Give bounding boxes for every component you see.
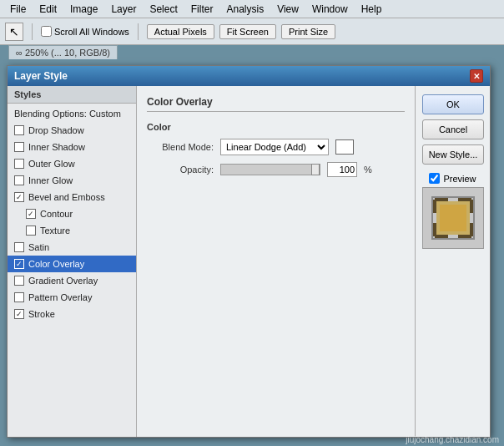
layer-style-dialog: Layer Style ✕ Styles Blending Options: C… <box>7 65 491 438</box>
opacity-unit: % <box>364 165 372 175</box>
toolbar-separator-2 <box>138 23 139 40</box>
new-style-button[interactable]: New Style... <box>422 144 484 165</box>
style-item-color-overlay[interactable]: ✓ Color Overlay <box>8 256 136 272</box>
canvas-tab[interactable]: ∞ 250% (... 10, RGB/8) <box>8 45 118 59</box>
opacity-row: Opacity: % <box>147 162 405 177</box>
menu-layer[interactable]: Layer <box>104 2 143 17</box>
right-panel: OK Cancel New Style... Preview <box>415 86 490 437</box>
dialog-body: Styles Blending Options: Custom Drop Sha… <box>8 86 490 437</box>
stroke-checkbox[interactable]: ✓ <box>14 309 24 319</box>
close-icon: ✕ <box>473 72 480 81</box>
style-item-inner-shadow[interactable]: Inner Shadow <box>8 139 136 155</box>
menu-view[interactable]: View <box>270 2 305 17</box>
menu-image[interactable]: Image <box>63 2 104 17</box>
styles-panel: Styles Blending Options: Custom Drop Sha… <box>8 86 137 437</box>
inner-shadow-checkbox[interactable] <box>14 142 24 152</box>
style-item-bevel-emboss[interactable]: ✓ Bevel and Emboss <box>8 189 136 205</box>
style-item-drop-shadow[interactable]: Drop Shadow <box>8 122 136 139</box>
preview-checkbox-input[interactable] <box>429 173 440 184</box>
style-item-texture[interactable]: Texture <box>8 222 136 239</box>
style-item-stroke[interactable]: ✓ Stroke <box>8 306 136 322</box>
menu-window[interactable]: Window <box>305 2 355 17</box>
style-item-gradient-overlay[interactable]: Gradient Overlay <box>8 272 136 289</box>
preview-box <box>422 187 484 249</box>
watermark: jiujochang.chazidian.com <box>406 435 499 444</box>
dialog-titlebar: Layer Style ✕ <box>8 66 490 86</box>
menu-edit[interactable]: Edit <box>33 2 63 17</box>
style-item-outer-glow[interactable]: Outer Glow <box>8 155 136 172</box>
blend-mode-row: Blend Mode: Linear Dodge (Add) Normal Mu… <box>147 139 405 155</box>
ok-button[interactable]: OK <box>422 94 484 114</box>
contour-checkbox[interactable]: ✓ <box>26 209 36 219</box>
color-group: Color Blend Mode: Linear Dodge (Add) Nor… <box>147 122 405 184</box>
styles-list: Blending Options: Custom Drop Shadow <box>8 104 136 437</box>
style-item-inner-glow[interactable]: Inner Glow <box>8 172 136 189</box>
actual-pixels-btn[interactable]: Actual Pixels <box>147 24 214 39</box>
section-title: Color Overlay <box>147 96 405 112</box>
style-item-satin[interactable]: Satin <box>8 239 136 256</box>
menu-filter[interactable]: Filter <box>184 2 220 17</box>
style-item-blending[interactable]: Blending Options: Custom <box>8 105 136 122</box>
preview-section: Preview <box>422 173 483 249</box>
color-overlay-checkbox[interactable]: ✓ <box>14 259 24 269</box>
opacity-input[interactable] <box>327 162 357 177</box>
preview-checkbox-label[interactable]: Preview <box>429 173 476 184</box>
drop-shadow-checkbox[interactable] <box>14 125 24 135</box>
preview-label: Preview <box>443 174 476 184</box>
dialog-close-button[interactable]: ✕ <box>470 69 483 83</box>
outer-glow-checkbox[interactable] <box>14 159 24 169</box>
style-item-contour[interactable]: ✓ Contour <box>8 205 136 222</box>
opacity-slider[interactable] <box>220 164 320 175</box>
preview-svg <box>428 193 478 243</box>
menubar: File Edit Image Layer Select Filter Anal… <box>0 0 504 18</box>
app-area: ∞ 250% (... 10, RGB/8) Layer Style ✕ Sty… <box>0 45 504 446</box>
blend-mode-label: Blend Mode: <box>147 142 214 152</box>
styles-panel-title: Styles <box>14 89 41 99</box>
texture-checkbox[interactable] <box>26 226 36 236</box>
gradient-overlay-checkbox[interactable] <box>14 276 24 286</box>
menu-analysis[interactable]: Analysis <box>219 2 270 17</box>
scroll-all-checkbox[interactable]: Scroll All Windows <box>41 26 129 37</box>
inner-glow-checkbox[interactable] <box>14 175 24 185</box>
opacity-label: Opacity: <box>147 165 214 175</box>
menu-file[interactable]: File <box>3 2 33 17</box>
scroll-all-label: Scroll All Windows <box>54 27 129 37</box>
styles-panel-header: Styles <box>8 86 136 104</box>
color-swatch[interactable] <box>335 139 354 155</box>
cancel-button[interactable]: Cancel <box>422 119 484 139</box>
color-group-title: Color <box>147 122 405 132</box>
pattern-overlay-checkbox[interactable] <box>14 292 24 302</box>
main-content: Color Overlay Color Blend Mode: Linear D… <box>137 86 415 437</box>
bevel-emboss-checkbox[interactable]: ✓ <box>14 192 24 202</box>
dialog-title: Layer Style <box>14 70 68 82</box>
canvas-tab-label: ∞ 250% (... 10, RGB/8) <box>16 48 110 58</box>
scroll-all-input[interactable] <box>41 26 52 37</box>
toolbar-separator-1 <box>32 23 33 40</box>
style-item-pattern-overlay[interactable]: Pattern Overlay <box>8 289 136 306</box>
menu-help[interactable]: Help <box>355 2 389 17</box>
blend-mode-select[interactable]: Linear Dodge (Add) Normal Multiply Scree… <box>220 139 329 155</box>
fit-screen-btn[interactable]: Fit Screen <box>219 24 276 39</box>
toolbar: ↖ Scroll All Windows Actual Pixels Fit S… <box>0 18 504 45</box>
menu-select[interactable]: Select <box>143 2 184 17</box>
print-size-btn[interactable]: Print Size <box>281 24 335 39</box>
svg-rect-2 <box>440 205 466 231</box>
satin-checkbox[interactable] <box>14 242 24 252</box>
move-tool-icon[interactable]: ↖ <box>5 23 23 41</box>
